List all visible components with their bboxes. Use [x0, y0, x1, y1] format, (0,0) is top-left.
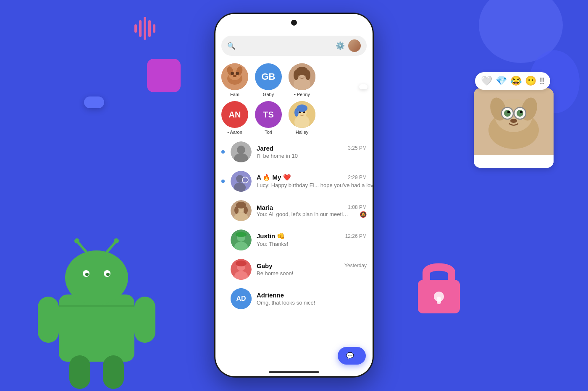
chat-content-maria: Maria 1:08 PM You: All good, let's plan …	[257, 204, 367, 218]
muted-icon-maria: 🔕	[360, 211, 367, 218]
dog-photo-timestamp	[474, 155, 554, 168]
svg-point-57	[237, 146, 245, 154]
svg-rect-10	[38, 297, 59, 343]
chat-name-amy: A 🔥 My ❤️	[257, 174, 291, 181]
wave-bar-4	[148, 20, 151, 37]
bm-badge	[147, 59, 181, 92]
chat-item-jared[interactable]: Jared 3:25 PM I'll be home in 10	[215, 137, 373, 167]
welcome-bubble	[359, 84, 368, 89]
chat-item-justin[interactable]: Justin 👊 12:26 PM You: Thanks!	[215, 225, 373, 255]
story-unread-dot-aaron	[244, 124, 247, 127]
svg-point-1	[65, 250, 128, 305]
emoji-diamond[interactable]: 💎	[496, 76, 507, 86]
chat-name-row-maria: Maria 1:08 PM	[257, 204, 367, 211]
svg-point-5	[106, 273, 110, 276]
svg-rect-13	[103, 355, 124, 389]
sound-waves-decoration	[134, 17, 155, 40]
chat-name-gaby: Gaby	[257, 262, 273, 269]
chat-item-amy[interactable]: A 🔥 My ❤️ 2:29 PM Lucy: Happy birthday E…	[215, 167, 373, 196]
story-name-penny: • Penny	[294, 92, 310, 97]
search-icon: 🔍	[227, 42, 236, 50]
story-penny[interactable]: • Penny	[289, 63, 315, 97]
chat-name-maria: Maria	[257, 204, 273, 211]
story-name-aaron: • Aaron	[227, 130, 242, 135]
story-hailey[interactable]: Hailey	[289, 101, 315, 135]
svg-point-55	[294, 108, 299, 117]
chat-preview-jared: I'll be home in 10	[257, 153, 298, 159]
story-avatar-aaron: AN	[221, 101, 248, 128]
stories-row-2: AN • Aaron TS Tori	[215, 101, 373, 137]
svg-line-8	[107, 242, 116, 252]
feeling-blue-bubble	[84, 96, 104, 108]
chat-item-gaby[interactable]: Gaby Yesterday Be home soon!	[215, 255, 373, 284]
story-fam[interactable]: Fam	[221, 63, 248, 97]
chat-item-adrienne[interactable]: AD Adrienne Omg, that looks so nice!	[215, 284, 373, 313]
chat-content-gaby: Gaby Yesterday Be home soon!	[257, 262, 367, 277]
chat-item-maria[interactable]: Maria 1:08 PM You: All good, let's plan …	[215, 196, 373, 225]
svg-point-28	[520, 111, 522, 113]
chat-time-maria: 1:08 PM	[348, 204, 367, 210]
svg-point-7	[74, 238, 79, 243]
emoji-reaction-bar[interactable]: 🤍 💎 😂 😶 ‼️	[475, 72, 550, 90]
chat-name-row-justin: Justin 👊 12:26 PM	[257, 232, 367, 240]
phone-camera	[291, 20, 297, 26]
chat-time-justin: 12:26 PM	[345, 233, 367, 239]
chat-preview-amy: Lucy: Happy birthday El... hope you've h…	[257, 182, 373, 188]
emoji-neutral[interactable]: 😶	[525, 76, 536, 86]
story-name-tori: Tori	[265, 130, 272, 135]
emoji-heart[interactable]: 🤍	[481, 76, 492, 86]
chat-time-jared: 3:25 PM	[348, 145, 367, 151]
android-mascot	[34, 223, 160, 391]
svg-rect-11	[134, 297, 155, 343]
phone-bottom-bar	[269, 371, 319, 373]
avatar-gaby	[231, 259, 252, 280]
chat-time-amy: 2:29 PM	[348, 175, 367, 180]
chat-list: Jared 3:25 PM I'll be home in 10	[215, 137, 373, 376]
story-unread-dot-penny	[311, 86, 315, 89]
pink-lock-decoration	[414, 257, 464, 315]
chat-name-row-amy: A 🔥 My ❤️ 2:29 PM	[257, 174, 367, 181]
user-avatar[interactable]	[348, 39, 361, 52]
svg-rect-73	[236, 234, 247, 236]
chat-name-row-gaby: Gaby Yesterday	[257, 262, 367, 269]
chat-name-row-adrienne: Adrienne	[257, 292, 367, 299]
story-gaby[interactable]: GB Gaby	[255, 63, 282, 97]
avatar-amy	[231, 171, 252, 192]
chat-name-adrienne: Adrienne	[257, 292, 284, 299]
story-name-fam: Fam	[230, 92, 239, 97]
story-avatar-gaby: GB	[255, 63, 282, 90]
chat-preview-gaby: Be home soon!	[257, 270, 293, 276]
svg-point-67	[234, 206, 239, 214]
stories-row-1: Fam GB Gaby	[215, 59, 373, 101]
wave-bar-2	[139, 20, 142, 37]
chat-name-row-jared: Jared 3:25 PM	[257, 145, 367, 152]
app-content: 🔍 ⚙️	[215, 14, 373, 376]
unread-dot-amy	[221, 180, 225, 183]
story-name-gaby: Gaby	[263, 92, 274, 97]
svg-point-47	[294, 70, 299, 80]
phone-screen: 🔍 ⚙️	[215, 14, 373, 376]
svg-point-32	[510, 119, 517, 123]
chat-preview-adrienne: Omg, that looks so nice!	[257, 300, 315, 306]
unread-dot-jared	[221, 150, 225, 154]
story-avatar-tori: TS	[255, 101, 282, 128]
story-tori[interactable]: TS Tori	[255, 101, 282, 135]
new-chat-button[interactable]: 💬	[338, 347, 366, 365]
emoji-exclaim[interactable]: ‼️	[540, 76, 544, 86]
svg-point-48	[305, 70, 310, 80]
search-bar[interactable]: 🔍 ⚙️	[221, 36, 367, 56]
svg-point-68	[244, 206, 248, 214]
svg-rect-14	[59, 305, 134, 307]
emoji-laugh[interactable]: 😂	[510, 76, 522, 86]
svg-line-6	[78, 242, 86, 252]
svg-point-26	[517, 110, 523, 117]
svg-point-39	[236, 72, 239, 75]
story-aaron[interactable]: AN • Aaron	[221, 101, 248, 135]
chat-content-jared: Jared 3:25 PM I'll be home in 10	[257, 145, 367, 159]
svg-point-62	[242, 177, 248, 183]
dog-photo-card	[474, 88, 554, 168]
settings-icon[interactable]: ⚙️	[336, 41, 345, 50]
story-name-hailey: Hailey	[296, 130, 309, 135]
wave-bar-3	[144, 17, 146, 40]
story-avatar-penny	[289, 63, 315, 90]
